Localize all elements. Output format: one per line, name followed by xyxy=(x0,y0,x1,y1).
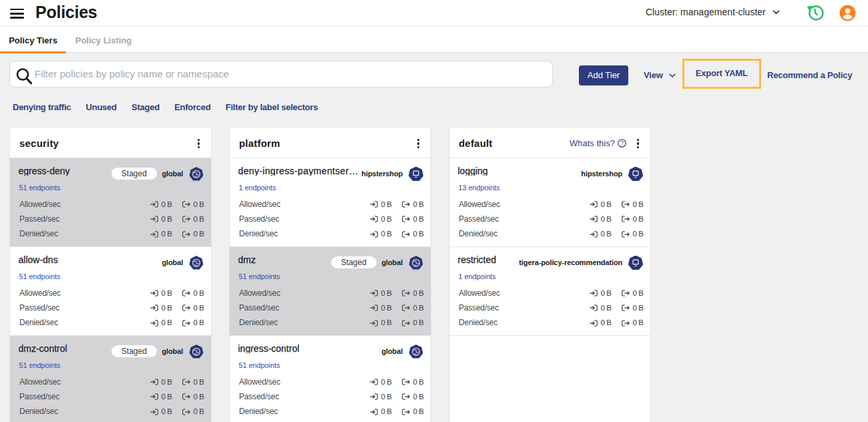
svg-text:?: ? xyxy=(620,140,624,146)
